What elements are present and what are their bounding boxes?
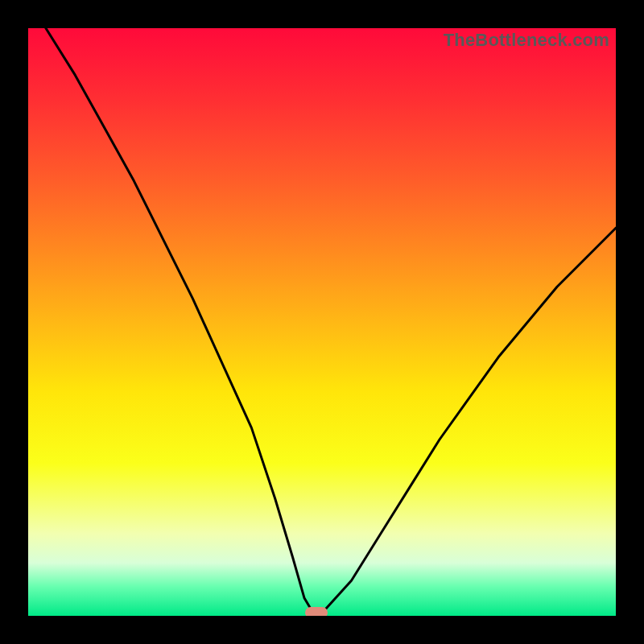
plot-area: TheBottleneck.com bbox=[28, 28, 616, 616]
chart-frame: TheBottleneck.com bbox=[0, 0, 644, 644]
optimum-marker bbox=[305, 607, 328, 616]
bottleneck-curve bbox=[28, 28, 616, 616]
curve-path bbox=[46, 28, 616, 613]
